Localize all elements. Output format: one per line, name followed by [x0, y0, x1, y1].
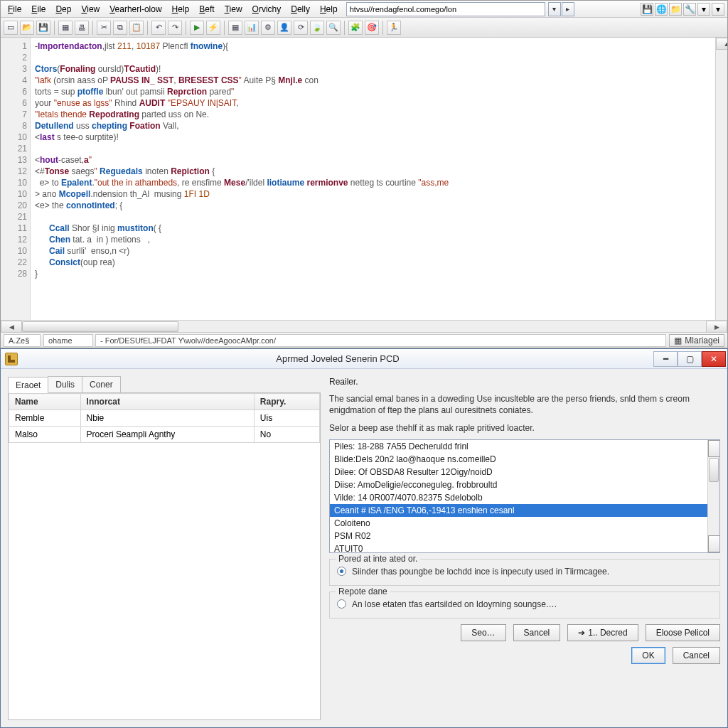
menu-beft[interactable]: Beft [195, 3, 218, 16]
tb-play-icon[interactable]: ▶ [190, 21, 204, 35]
list-item[interactable]: Coloiteno [330, 517, 719, 530]
radio-siinder[interactable] [337, 567, 346, 576]
editor-hscrollbar[interactable]: ◀ ▶ [1, 320, 727, 332]
list-item[interactable]: PSM R02 [330, 530, 719, 542]
tool-dropdown2-icon[interactable]: ▾ [712, 3, 724, 16]
hscroll-right-icon[interactable]: ▶ [706, 321, 727, 333]
tb-gear-icon[interactable]: ⚙ [261, 21, 275, 35]
dialog-window: Aprmed Joveled Senerin PCD ━ ▢ ✕ Eraoet … [0, 348, 728, 728]
col-innor[interactable]: Innorcat [80, 394, 254, 410]
menu-dep[interactable]: Dep [51, 3, 75, 16]
tb-refresh-icon[interactable]: ⟳ [294, 21, 308, 35]
col-rapry[interactable]: Rapry. [254, 394, 319, 410]
tb-user-icon[interactable]: 👤 [277, 21, 291, 35]
list-scroll-up-icon[interactable]: ▲ [708, 440, 720, 457]
list-scroll-down-icon[interactable]: ▼ [708, 535, 720, 552]
middle-button-row: Seo… Sancel ➔1.. Decred Eloose Pelicol [329, 624, 720, 641]
editor-window: File Eile Dep View Vearherl-olow Help Be… [0, 0, 728, 348]
dialog-right-panel: Reailer. The sancial emal banes in a dow… [329, 376, 720, 720]
menu-eile[interactable]: Eile [27, 3, 50, 16]
address-dropdown-icon[interactable]: ▾ [548, 2, 561, 16]
tb-paste-icon[interactable]: 📋 [129, 21, 144, 35]
menu-help2[interactable]: Help [316, 3, 342, 16]
property-table[interactable]: Name Innorcat Rapry. RembleNbieUisMalsoP… [9, 393, 320, 443]
tb-open-icon[interactable]: 📂 [20, 21, 34, 35]
tb-search-icon[interactable]: 🔍 [326, 21, 341, 35]
tb-copy-icon[interactable]: ⧉ [113, 21, 127, 35]
list-item[interactable]: ATUIT0 [330, 542, 719, 553]
tb-redo-icon[interactable]: ↷ [168, 21, 182, 35]
tb-cut-icon[interactable]: ✂ [97, 21, 111, 35]
tb-window-icon[interactable]: ▦ [58, 21, 73, 35]
ok-button[interactable]: OK [631, 647, 665, 664]
table-row[interactable]: RembleNbieUis [9, 410, 320, 427]
tb-save-icon[interactable]: 💾 [36, 21, 50, 35]
maximize-button[interactable]: ▢ [678, 351, 702, 367]
tb-leaf-icon[interactable]: 🍃 [310, 21, 324, 35]
menu-tiew[interactable]: Tiew [220, 3, 247, 16]
item-listbox[interactable]: Piles: 18-288 7A55 Decheruldd frinlBlide… [329, 439, 720, 553]
list-item[interactable]: Blide:Dels 20n2 lao@haoque ns.comeilleD [330, 453, 719, 466]
menu-vearh[interactable]: Vearherl-olow [105, 3, 166, 16]
hscroll-left-icon[interactable]: ◀ [1, 321, 22, 333]
status-left: A.Ze§ [4, 334, 41, 347]
tab-dulis[interactable]: Dulis [48, 376, 82, 392]
table-row[interactable]: MalsoProceri Seampli AgnthyNo [9, 427, 320, 443]
eloose-button[interactable]: Eloose Pelicol [646, 624, 720, 641]
decred-button[interactable]: ➔1.. Decred [567, 624, 638, 641]
listbox-scrollbar[interactable]: ▲ ▼ [707, 440, 719, 552]
tb-grid-icon[interactable]: ▦ [228, 21, 242, 35]
list-item[interactable]: Vilde: 14 0R007/4070.82375 Sdelobolb [330, 491, 719, 504]
col-name[interactable]: Name [9, 394, 81, 410]
tool-wrench-icon[interactable]: 🔧 [683, 3, 696, 16]
hscroll-thumb[interactable] [22, 321, 178, 332]
editor-vscrollbar[interactable]: ▲ [715, 38, 727, 320]
right-paragraph-1: The sancial emal banes in a doweding Use… [329, 393, 720, 416]
tb-print-icon[interactable]: 🖶 [75, 21, 89, 35]
titlebar[interactable]: Aprmed Joveled Senerin PCD ━ ▢ ✕ [1, 349, 727, 369]
minimize-button[interactable]: ━ [653, 351, 678, 367]
tab-coner[interactable]: Coner [82, 376, 121, 392]
tool-folder-icon[interactable]: 📁 [669, 3, 682, 16]
group-repote: Repote dane An lose etaten tfas eartsild… [329, 592, 720, 619]
toolbar: ▭ 📂 💾 ▦ 🖶 ✂ ⧉ 📋 ↶ ↷ ▶ ⚡ ▦ 📊 ⚙ 👤 ⟳ 🍃 🔍 🧩 … [1, 18, 727, 38]
seo-button[interactable]: Seo… [461, 624, 505, 641]
tab-panel: Name Innorcat Rapry. RembleNbieUisMalsoP… [8, 393, 321, 720]
grid-icon: ▦ [674, 336, 682, 346]
tb-graph-icon[interactable]: 📊 [245, 21, 259, 35]
dialog-tabs: Eraoet Dulis Coner [8, 376, 321, 393]
status-tab[interactable]: ohame [43, 334, 93, 347]
tb-run-icon[interactable]: 🏃 [387, 21, 401, 35]
address-bar[interactable] [346, 2, 545, 16]
tb-debug-icon[interactable]: 🧩 [348, 21, 363, 35]
tool-globe-icon[interactable]: 🌐 [655, 3, 668, 16]
code-area[interactable]: -Importendacton,jlst 211, 10187 Plencfl … [31, 38, 715, 320]
address-go-icon[interactable]: ▸ [562, 2, 574, 16]
list-scroll-thumb[interactable] [709, 458, 719, 482]
vscroll-up-icon[interactable]: ▲ [716, 38, 727, 50]
status-manager-button[interactable]: ▦Mlariagei [669, 334, 724, 347]
tb-undo-icon[interactable]: ↶ [151, 21, 166, 35]
tb-new-icon[interactable]: ▭ [4, 21, 18, 35]
tb-bolt-icon[interactable]: ⚡ [206, 21, 220, 35]
cancel-button[interactable]: Cancel [673, 647, 720, 664]
menu-orvichy[interactable]: Orvichy [248, 3, 286, 16]
list-item[interactable]: Ceanit # iSA /ENG TA06,-19413 enshien ce… [330, 504, 719, 517]
radio-anlose[interactable] [337, 599, 346, 609]
tool-dropdown1-icon[interactable]: ▾ [697, 3, 710, 16]
menu-view[interactable]: View [77, 3, 104, 16]
group-repote-legend: Repote dane [336, 587, 390, 596]
close-button[interactable]: ✕ [702, 351, 726, 367]
dialog-left-panel: Eraoet Dulis Coner Name Innorcat Rapry. … [8, 376, 321, 720]
tb-target-icon[interactable]: 🎯 [365, 21, 379, 35]
sancel-button[interactable]: Sancel [513, 624, 561, 641]
list-item[interactable]: Piles: 18-288 7A55 Decheruldd frinl [330, 440, 719, 453]
menu-delly[interactable]: Delly [287, 3, 314, 16]
tab-eraoet[interactable]: Eraoet [8, 377, 48, 393]
tool-save-icon[interactable]: 💾 [641, 3, 653, 16]
menu-file[interactable]: File [4, 3, 26, 16]
group-pored-legend: Pored at inte ated or. [336, 554, 420, 564]
menu-help1[interactable]: Help [168, 3, 194, 16]
list-item[interactable]: Dilee: Of OBSDA8 Resulter 12Oigy/noidD [330, 466, 719, 478]
list-item[interactable]: Diise: AmoDeligie/ecconeguleg. frobbroul… [330, 478, 719, 491]
